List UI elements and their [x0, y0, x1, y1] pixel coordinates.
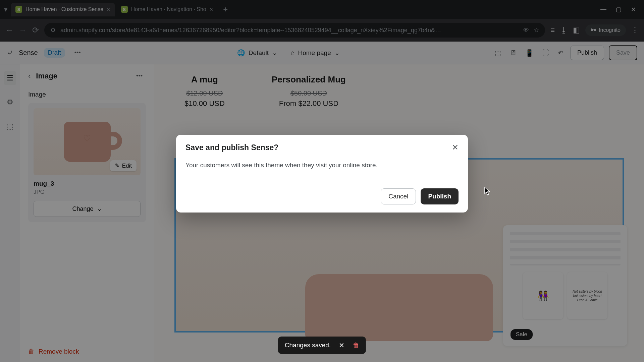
publish-confirm-modal: Save and publish Sense? ✕ Your customers…: [176, 135, 468, 213]
modal-body: Your customers will see this theme when …: [176, 158, 468, 182]
modal-title: Save and publish Sense?: [185, 143, 278, 152]
modal-footer: Cancel Publish: [176, 182, 468, 213]
toast-close-icon[interactable]: ✕: [339, 341, 344, 349]
toast-undo-trash-icon[interactable]: 🗑: [353, 342, 359, 349]
confirm-publish-button[interactable]: Publish: [421, 188, 459, 204]
modal-header: Save and publish Sense? ✕: [176, 135, 468, 158]
close-icon: ✕: [452, 143, 459, 152]
modal-close-button[interactable]: ✕: [452, 143, 459, 152]
toast: Changes saved. ✕ 🗑: [278, 337, 366, 354]
toast-message: Changes saved.: [285, 342, 331, 349]
cancel-button[interactable]: Cancel: [381, 188, 416, 204]
